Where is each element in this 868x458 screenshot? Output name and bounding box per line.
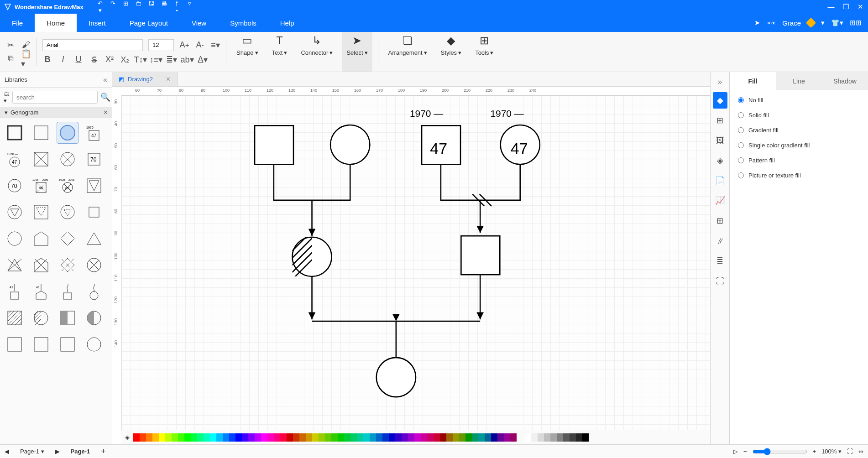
color-swatch[interactable] xyxy=(350,433,357,442)
library-picker-icon[interactable]: 🗂▾ xyxy=(4,90,10,104)
color-swatch[interactable] xyxy=(223,433,229,442)
select-button[interactable]: ➤Select ▾ xyxy=(342,32,372,72)
color-swatch[interactable] xyxy=(184,433,191,442)
superscript-icon[interactable]: X² xyxy=(105,55,115,65)
color-swatch[interactable] xyxy=(261,433,267,442)
redo-icon[interactable]: ↷ xyxy=(109,0,117,14)
color-swatch[interactable] xyxy=(306,433,312,442)
bold-icon[interactable]: B xyxy=(42,55,52,65)
shape-male-death-68[interactable]: 1938 —200568 xyxy=(30,175,52,197)
color-swatch[interactable] xyxy=(395,433,402,442)
color-swatch[interactable] xyxy=(465,433,472,442)
zoom-out-icon[interactable]: − xyxy=(743,448,747,455)
color-swatch[interactable] xyxy=(453,433,459,442)
tab-fill[interactable]: Fill xyxy=(730,72,776,90)
shape-female-70[interactable]: 70 xyxy=(4,175,26,197)
color-swatch[interactable] xyxy=(248,433,255,442)
font-size-select[interactable] xyxy=(148,39,174,51)
shape-male-thin[interactable] xyxy=(30,122,52,144)
user-name[interactable]: Grace xyxy=(782,19,801,27)
zoom-slider[interactable] xyxy=(753,448,807,455)
color-swatch[interactable] xyxy=(478,433,485,442)
open-icon[interactable]: 🗀 xyxy=(135,0,143,14)
shape-circle-x[interactable] xyxy=(83,254,105,276)
shape-line-sq[interactable]: 41 xyxy=(4,281,26,302)
more-icon[interactable]: ▿ xyxy=(186,0,194,14)
shape-half-circle[interactable] xyxy=(83,307,105,329)
shape-sq2[interactable] xyxy=(4,333,26,355)
shape-male-age[interactable]: 1970 —47 xyxy=(83,122,105,144)
gray-swatch[interactable] xyxy=(538,433,544,442)
color-swatch[interactable] xyxy=(319,433,325,442)
fit-width-icon[interactable]: ⇔ xyxy=(858,448,863,455)
opt-picture-fill[interactable]: Picture or texture fill xyxy=(738,172,860,179)
list-tool-icon[interactable]: ≣ xyxy=(713,253,727,269)
present-tool-icon[interactable]: ⛶ xyxy=(713,273,727,289)
new-icon[interactable]: ⊞ xyxy=(122,0,130,14)
fit-page-icon[interactable]: ⛶ xyxy=(847,448,853,455)
connector-button[interactable]: ↳Connector ▾ xyxy=(296,32,337,72)
distribute-tool-icon[interactable]: ⫽ xyxy=(713,233,727,249)
export-icon[interactable]: ⭱ ▾ xyxy=(173,0,181,14)
color-swatch[interactable] xyxy=(172,433,178,442)
opt-pattern-fill[interactable]: Pattern fill xyxy=(738,157,860,164)
color-swatch[interactable] xyxy=(325,433,331,442)
underline-icon[interactable]: U xyxy=(73,55,84,65)
shape-line-circ-s[interactable] xyxy=(83,281,105,302)
text-transform-icon[interactable]: ab▾ xyxy=(182,55,192,65)
cut-icon[interactable]: ✂ xyxy=(5,40,16,50)
shape-half-circle-hatch[interactable] xyxy=(30,307,52,329)
color-swatch[interactable] xyxy=(414,433,421,442)
color-swatch[interactable] xyxy=(140,433,146,442)
search-icon[interactable]: 🔍 xyxy=(100,92,110,102)
shape-female-age[interactable]: 1970 —47 xyxy=(4,148,26,170)
color-swatch[interactable] xyxy=(165,433,172,442)
menu-insert[interactable]: Insert xyxy=(77,14,118,32)
close-tab-icon[interactable]: ✕ xyxy=(166,76,171,83)
shape-tri-dashed[interactable] xyxy=(30,201,52,223)
shape-half-sq[interactable] xyxy=(57,307,78,329)
gray-swatch[interactable] xyxy=(550,433,557,442)
color-swatch[interactable] xyxy=(178,433,184,442)
color-swatch[interactable] xyxy=(197,433,204,442)
decrease-font-icon[interactable]: A- xyxy=(195,40,205,50)
collapse-right-icon[interactable]: » xyxy=(717,75,722,88)
font-color-icon[interactable]: A▾ xyxy=(198,55,208,65)
add-page-icon[interactable]: + xyxy=(101,447,106,456)
italic-icon[interactable]: I xyxy=(58,55,68,65)
shape-female-selected[interactable] xyxy=(57,122,78,144)
color-swatch[interactable] xyxy=(255,433,261,442)
text-button[interactable]: TText ▾ xyxy=(267,32,292,72)
page-tool-icon[interactable]: 📄 xyxy=(713,172,727,189)
subscript-icon[interactable]: X₂ xyxy=(120,55,130,65)
shape-male-70[interactable]: 70 xyxy=(83,148,105,170)
shape-circle[interactable] xyxy=(4,228,26,250)
color-swatch[interactable] xyxy=(210,433,216,442)
play-icon[interactable]: ▷ xyxy=(733,448,738,455)
shape-sq3[interactable] xyxy=(57,333,78,355)
shape-male[interactable] xyxy=(4,122,26,144)
color-swatch[interactable] xyxy=(370,433,376,442)
menu-symbols[interactable]: Symbols xyxy=(218,14,268,32)
gray-swatch[interactable] xyxy=(576,433,582,442)
opt-no-fill[interactable]: No fill xyxy=(738,97,860,104)
increase-font-icon[interactable]: A+ xyxy=(179,40,189,50)
color-swatch[interactable] xyxy=(152,433,159,442)
shape-triangle-down[interactable] xyxy=(83,175,105,197)
gray-swatch[interactable] xyxy=(525,433,531,442)
collapse-left-icon[interactable]: « xyxy=(103,76,107,84)
color-swatch[interactable] xyxy=(216,433,223,442)
tab-shadow[interactable]: Shadow xyxy=(822,72,868,90)
shape-diamond[interactable] xyxy=(57,228,78,250)
grid-tool-icon[interactable]: ⊞ xyxy=(713,112,727,129)
color-swatch[interactable] xyxy=(459,433,465,442)
search-input[interactable] xyxy=(12,91,98,104)
shape-hatched-sq[interactable] xyxy=(4,307,26,329)
color-swatch[interactable] xyxy=(159,433,165,442)
copy-icon[interactable]: ⧉ xyxy=(5,54,16,64)
maximize-icon[interactable]: ❐ xyxy=(842,3,850,11)
shape-button[interactable]: ▭Shape ▾ xyxy=(232,32,263,72)
align-icon[interactable]: ≡▾ xyxy=(210,40,220,50)
fill-tool-icon[interactable]: ◆ xyxy=(713,92,727,109)
category-header[interactable]: ▾ Genogram ✕ xyxy=(0,107,112,118)
